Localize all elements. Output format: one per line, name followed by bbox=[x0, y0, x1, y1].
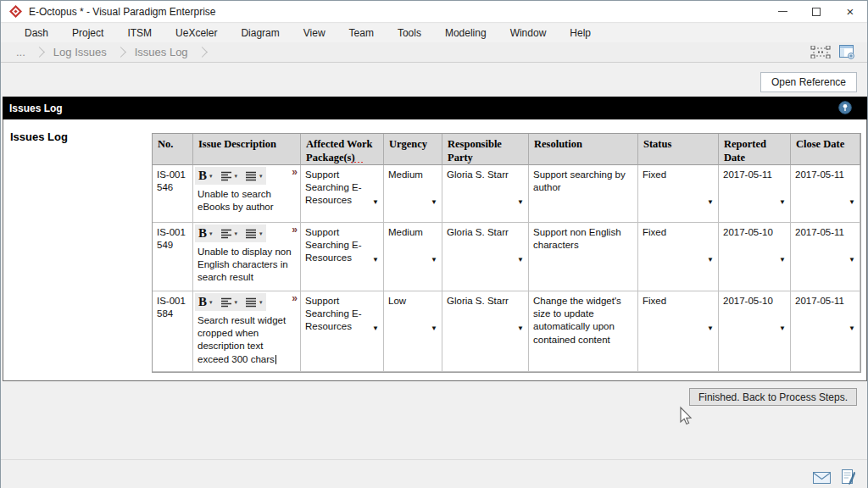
menu-tools[interactable]: Tools bbox=[386, 25, 433, 42]
edit-document-icon[interactable] bbox=[842, 469, 855, 485]
dropdown-arrow-icon[interactable]: ▼ bbox=[707, 257, 714, 263]
bold-button[interactable]: B bbox=[198, 296, 207, 308]
map-pin-icon[interactable] bbox=[838, 101, 852, 114]
row2-description-editor[interactable]: B▾ ▾ ▾ » Unable to display non English c… bbox=[193, 223, 301, 291]
dropdown-arrow-icon[interactable]: ▼ bbox=[372, 257, 379, 263]
list-icon[interactable] bbox=[246, 229, 257, 239]
col-header-affected-work-packages: Affected Work Package(s) bbox=[301, 134, 384, 165]
row2-close-date-dropdown[interactable]: 2017-05-11 ▼ bbox=[791, 223, 860, 291]
row2-status-dropdown[interactable]: Fixed ▼ bbox=[638, 223, 719, 291]
bold-button[interactable]: B bbox=[198, 169, 207, 182]
breadcrumb-issues-log[interactable]: Issues Log bbox=[126, 46, 197, 58]
chevron-down-icon[interactable]: ▾ bbox=[259, 230, 263, 236]
menu-dash[interactable]: Dash bbox=[13, 25, 60, 42]
menu-project[interactable]: Project bbox=[60, 25, 115, 42]
row1-description-editor[interactable]: B▾ ▾ ▾ » Unable to search eBooks by auth… bbox=[193, 165, 301, 223]
row1-reported-date-dropdown[interactable]: 2017-05-11 ▼ bbox=[719, 165, 791, 223]
row3-close-date-dropdown[interactable]: 2017-05-11 ▼ bbox=[791, 291, 860, 372]
row1-close-date-dropdown[interactable]: 2017-05-11 ▼ bbox=[791, 165, 860, 223]
dropdown-arrow-icon[interactable]: ▼ bbox=[431, 199, 437, 206]
dropdown-arrow-icon[interactable]: ▼ bbox=[707, 325, 714, 332]
dropdown-arrow-icon[interactable]: ▼ bbox=[849, 199, 855, 206]
row2-resolution[interactable]: Support non English characters bbox=[529, 223, 638, 291]
row2-affected-dropdown[interactable]: Support Searching E-Resources ▼ bbox=[301, 223, 384, 291]
dropdown-arrow-icon[interactable]: ▼ bbox=[849, 325, 855, 332]
mail-icon[interactable] bbox=[813, 472, 831, 484]
chevron-down-icon[interactable]: ▾ bbox=[259, 173, 263, 179]
issue-description-text[interactable]: Search result widget cropped when descri… bbox=[193, 313, 300, 369]
close-icon: × bbox=[847, 5, 854, 18]
menu-diagram[interactable]: Diagram bbox=[229, 25, 291, 42]
dropdown-arrow-icon[interactable]: ▼ bbox=[431, 257, 437, 263]
menu-uexceler[interactable]: UeXceler bbox=[164, 25, 229, 42]
richtext-toolbar: B▾ ▾ ▾ bbox=[195, 167, 266, 185]
chevron-down-icon[interactable]: ▾ bbox=[259, 299, 263, 305]
finished-back-button[interactable]: Finished. Back to Process Steps. bbox=[689, 388, 857, 406]
status-icons bbox=[813, 469, 855, 485]
issues-log-panel: Issues Log No. Issue Description Affecte… bbox=[3, 119, 867, 381]
show-panel-icon[interactable] bbox=[839, 45, 855, 59]
dropdown-arrow-icon[interactable]: ▼ bbox=[517, 257, 524, 263]
dropdown-arrow-icon[interactable]: ▼ bbox=[517, 199, 524, 206]
chevron-down-icon[interactable]: ▾ bbox=[235, 230, 238, 236]
dropdown-arrow-icon[interactable]: ▼ bbox=[849, 257, 855, 263]
list-icon[interactable] bbox=[246, 171, 257, 181]
open-reference-button[interactable]: Open Reference bbox=[760, 72, 857, 92]
dropdown-arrow-icon[interactable]: ▼ bbox=[779, 257, 786, 263]
chevron-down-icon[interactable]: ▾ bbox=[209, 173, 213, 179]
chevron-down-icon[interactable]: ▾ bbox=[235, 173, 238, 179]
dropdown-arrow-icon[interactable]: ▼ bbox=[779, 325, 786, 332]
row3-urgency-dropdown[interactable]: Low ▼ bbox=[384, 291, 442, 372]
dropdown-arrow-icon[interactable]: ▼ bbox=[779, 199, 786, 206]
row3-resolution[interactable]: Change the widget's size to update autom… bbox=[529, 291, 638, 372]
expand-toolbar-icon[interactable]: » bbox=[292, 166, 298, 178]
fit-bounds-icon[interactable] bbox=[810, 46, 831, 58]
issue-description-text[interactable]: Unable to display non English characters… bbox=[193, 244, 300, 288]
row3-no: IS-001584 bbox=[153, 291, 193, 372]
issue-description-text[interactable]: Unable to search eBooks by author bbox=[193, 186, 300, 217]
row3-reported-date-dropdown[interactable]: 2017-05-10 ▼ bbox=[719, 291, 791, 372]
row3-affected-dropdown[interactable]: Support Searching E-Resources ▼ bbox=[301, 291, 384, 372]
align-left-icon[interactable] bbox=[221, 229, 232, 239]
minimize-button[interactable] bbox=[765, 1, 799, 22]
row3-status-dropdown[interactable]: Fixed ▼ bbox=[638, 291, 719, 372]
expand-toolbar-icon[interactable]: » bbox=[292, 224, 298, 236]
row2-responsible-dropdown[interactable]: Gloria S. Starr ▼ bbox=[442, 223, 529, 291]
dropdown-arrow-icon[interactable]: ▼ bbox=[517, 325, 524, 332]
menu-window[interactable]: Window bbox=[498, 25, 559, 42]
window-controls: × bbox=[765, 1, 867, 22]
col-header-issue-description: Issue Description bbox=[193, 134, 301, 165]
menu-team[interactable]: Team bbox=[337, 25, 386, 42]
row1-status-dropdown[interactable]: Fixed ▼ bbox=[638, 165, 719, 223]
row1-resolution[interactable]: Support searching by author bbox=[529, 165, 638, 223]
row2-reported-date-dropdown[interactable]: 2017-05-10 ▼ bbox=[719, 223, 791, 291]
dropdown-arrow-icon[interactable]: ▼ bbox=[431, 325, 437, 332]
chevron-down-icon[interactable]: ▾ bbox=[209, 230, 213, 236]
menu-help[interactable]: Help bbox=[558, 25, 603, 42]
chevron-down-icon[interactable]: ▾ bbox=[235, 299, 238, 305]
maximize-button[interactable] bbox=[799, 1, 833, 22]
bold-button[interactable]: B bbox=[198, 227, 207, 240]
row2-urgency-dropdown[interactable]: Medium ▼ bbox=[384, 223, 442, 291]
chevron-down-icon[interactable]: ▾ bbox=[209, 299, 213, 305]
dropdown-arrow-icon[interactable]: ▼ bbox=[372, 199, 379, 206]
row3-description-editor[interactable]: B▾ ▾ ▾ » Search result widget cropped wh… bbox=[193, 291, 301, 372]
align-left-icon[interactable] bbox=[221, 297, 232, 308]
expand-toolbar-icon[interactable]: » bbox=[292, 292, 298, 304]
menu-view[interactable]: View bbox=[292, 25, 337, 42]
dropdown-arrow-icon[interactable]: ▼ bbox=[707, 199, 714, 206]
breadcrumb-log-issues[interactable]: Log Issues bbox=[45, 46, 115, 58]
list-icon[interactable] bbox=[246, 297, 257, 308]
row1-urgency-dropdown[interactable]: Medium ▼ bbox=[384, 165, 442, 223]
dropdown-arrow-icon[interactable]: ▼ bbox=[372, 325, 379, 332]
breadcrumb-ellipsis[interactable]: ... bbox=[8, 46, 34, 58]
align-left-icon[interactable] bbox=[221, 171, 232, 181]
affected-value: Support Searching E-Resources bbox=[305, 226, 363, 265]
menu-modeling[interactable]: Modeling bbox=[433, 25, 498, 42]
spellcheck-squiggle bbox=[350, 161, 363, 164]
row3-responsible-dropdown[interactable]: Gloria S. Starr ▼ bbox=[442, 291, 529, 372]
menu-itsm[interactable]: ITSM bbox=[115, 25, 164, 42]
row1-affected-dropdown[interactable]: Support Searching E-Resources ▼ bbox=[301, 165, 384, 223]
row1-responsible-dropdown[interactable]: Gloria S. Starr ▼ bbox=[442, 165, 529, 223]
close-button[interactable]: × bbox=[833, 1, 867, 22]
